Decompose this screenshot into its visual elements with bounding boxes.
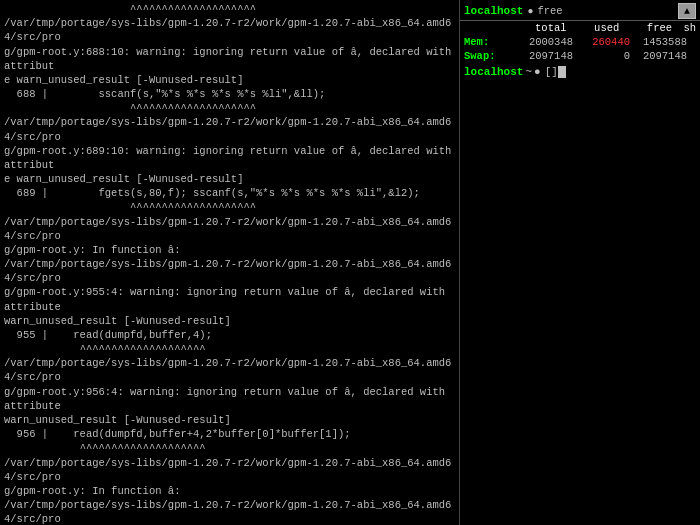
mem-label: Mem:	[464, 36, 516, 48]
monitor-column-headers: total used free sh	[460, 21, 700, 35]
prompt-bullet2: ●	[534, 66, 541, 78]
mem-free: 1453588	[632, 36, 687, 48]
swap-total: 2097148	[518, 50, 573, 62]
swap-label: Swap:	[464, 50, 516, 62]
col-sh-header: sh	[672, 22, 696, 34]
col-used-header: used	[567, 22, 620, 34]
monitor-hostname: localhost	[464, 5, 523, 17]
monitor-free-label: free	[537, 5, 562, 17]
swap-row: Swap: 2097148 0 2097148	[460, 49, 700, 63]
col-free-header: free	[619, 22, 672, 34]
mem-total: 2000348	[518, 36, 573, 48]
prompt-tilde: ~	[525, 66, 532, 78]
swap-used: 0	[575, 50, 630, 62]
input-cursor	[558, 66, 566, 78]
terminal-output: ^^^^^^^^^^^^^^^^^^^^ /var/tmp/portage/sy…	[0, 0, 460, 525]
mem-row: Mem: 2000348 260440 1453588	[460, 35, 700, 49]
prompt-hostname2: localhost	[464, 66, 523, 78]
mem-used: 260440	[575, 36, 630, 48]
close-icon[interactable]: ▲	[678, 3, 696, 19]
col-total-header: total	[514, 22, 567, 34]
terminal-prompt-line[interactable]: localhost ~ ● []	[460, 65, 700, 79]
swap-free: 2097148	[632, 50, 687, 62]
monitor-bullet: ●	[527, 6, 533, 17]
system-monitor: localhost ● free ▲ total used free sh Me…	[460, 0, 700, 525]
input-symbol: []	[545, 66, 558, 78]
